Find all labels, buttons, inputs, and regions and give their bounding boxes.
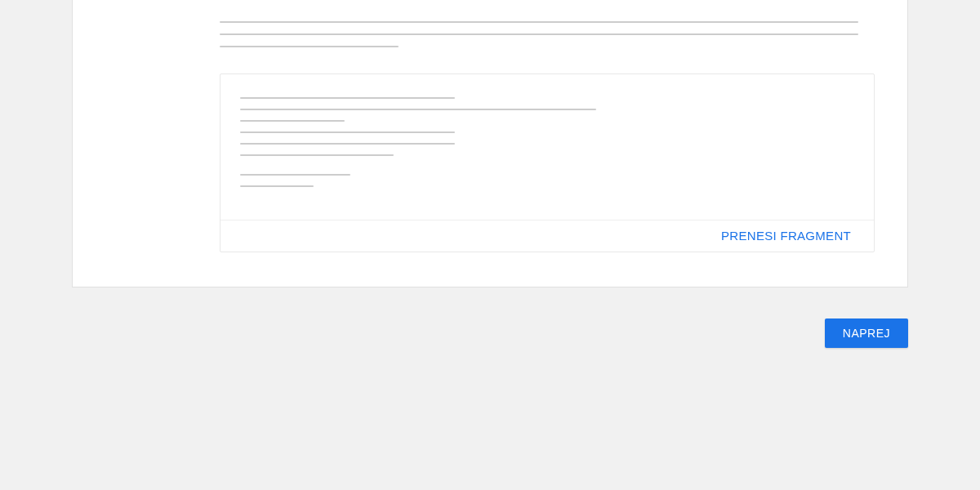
- placeholder-line: [220, 46, 399, 47]
- placeholder-line: [240, 154, 394, 156]
- code-footer: PRENESI FRAGMENT: [220, 220, 874, 252]
- main-panel: PRENESI FRAGMENT: [72, 0, 908, 287]
- placeholder-line: [240, 97, 455, 99]
- placeholder-line: [240, 120, 345, 122]
- description-placeholder: [220, 21, 858, 47]
- placeholder-line: [240, 109, 596, 110]
- download-fragment-link[interactable]: PRENESI FRAGMENT: [721, 229, 851, 243]
- placeholder-line: [220, 21, 858, 23]
- placeholder-line: [240, 131, 455, 133]
- code-snippet-card: PRENESI FRAGMENT: [220, 74, 875, 252]
- placeholder-line: [240, 185, 314, 187]
- content-area: PRENESI FRAGMENT: [73, 21, 907, 252]
- placeholder-line: [220, 33, 858, 35]
- placeholder-line: [240, 143, 455, 145]
- placeholder-line: [240, 174, 350, 176]
- code-body: [220, 74, 874, 220]
- action-row: NAPREJ: [72, 318, 908, 348]
- next-button[interactable]: NAPREJ: [825, 318, 908, 348]
